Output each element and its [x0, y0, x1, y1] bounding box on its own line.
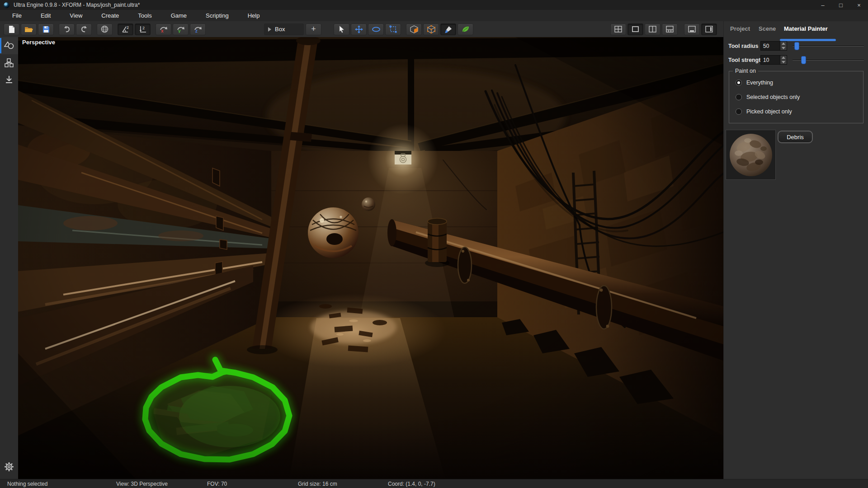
spin-up-icon	[782, 56, 785, 59]
select-tool-button[interactable]	[334, 23, 349, 35]
left-sidebar	[0, 37, 18, 479]
layout-columns-button[interactable]	[645, 23, 660, 35]
viewport-3d-scene	[18, 37, 723, 479]
tab-material-painter[interactable]: Material Painter	[784, 25, 828, 32]
tool-radius-label: Tool radius	[728, 43, 758, 49]
rotate-x-button[interactable]: x	[156, 23, 171, 35]
settings-gear-icon	[4, 462, 14, 472]
svg-text:2: 2	[142, 26, 145, 30]
title-bar: Ultra Engine 0.9.8 - XFORM - Maps/josh_p…	[0, 0, 868, 10]
publish-button[interactable]	[97, 23, 113, 35]
rotate-x-icon: x	[159, 25, 168, 33]
scale-icon	[389, 25, 397, 33]
grid-snap-icon: 2	[139, 25, 147, 33]
rotate-y-button[interactable]: y	[173, 23, 189, 35]
menu-view[interactable]: View	[60, 10, 92, 21]
window-title: Ultra Engine 0.9.8 - XFORM - Maps/josh_p…	[14, 2, 140, 8]
new-file-button[interactable]	[4, 23, 19, 35]
spin-up-icon	[782, 42, 785, 45]
rotate-y-icon: y	[176, 25, 185, 33]
grid-snap-toggle[interactable]: 2	[135, 23, 151, 35]
panel-tabs: Project Scene Material Painter	[724, 24, 868, 38]
radio-everything[interactable]: Everything	[736, 80, 773, 86]
material-thumbnail[interactable]	[726, 130, 776, 180]
spin-down-icon	[782, 47, 785, 49]
move-tool-button[interactable]	[351, 23, 367, 35]
status-coordinates: Coord: (1.4, 0, -7.7)	[388, 481, 435, 487]
rotation-snap-toggle[interactable]: 2	[118, 23, 133, 35]
objects-icon	[4, 41, 14, 50]
scale-tool-button[interactable]	[385, 23, 401, 35]
right-panel: Project Scene Material Painter Tool radi…	[723, 21, 868, 479]
svg-text:z: z	[195, 28, 198, 33]
hierarchy-icon	[5, 58, 14, 67]
app-logo-icon	[4, 2, 9, 8]
menu-bar: File Edit View Create Tools Game Scripti…	[0, 10, 868, 21]
tab-scene[interactable]: Scene	[759, 25, 776, 32]
foliage-tool-button[interactable]	[458, 23, 473, 35]
close-button[interactable]: ×	[850, 0, 868, 10]
status-fov: FOV: 70	[207, 481, 227, 487]
vertex-select-button[interactable]	[423, 23, 439, 35]
toggle-bottom-panel-button[interactable]	[684, 23, 700, 35]
minimize-button[interactable]: –	[814, 0, 832, 10]
layout-single-button[interactable]	[627, 23, 643, 35]
face-select-icon	[410, 25, 418, 33]
radio-icon	[736, 80, 742, 86]
tool-strength-slider[interactable]	[793, 56, 864, 65]
tab-project[interactable]: Project	[730, 25, 750, 32]
select-cursor-icon	[339, 25, 345, 33]
menu-edit[interactable]: Edit	[31, 10, 60, 21]
slider-track	[793, 46, 864, 47]
sidebar-item-objects[interactable]	[0, 37, 18, 54]
menu-scripting[interactable]: Scripting	[196, 10, 238, 21]
tool-strength-input[interactable]	[760, 55, 780, 65]
rotate-z-button[interactable]: z	[190, 23, 206, 35]
menu-tools[interactable]: Tools	[128, 10, 161, 21]
tool-radius-input[interactable]	[760, 41, 780, 51]
menu-file[interactable]: File	[3, 10, 31, 21]
sidebar-item-hierarchy[interactable]	[0, 54, 18, 71]
paint-tool-button[interactable]	[440, 23, 456, 35]
redo-button[interactable]	[76, 23, 92, 35]
svg-text:y: y	[178, 28, 181, 33]
rotate-icon	[372, 26, 381, 33]
radio-selected-objects[interactable]: Selected objects only	[736, 94, 800, 100]
paint-on-label: Paint on	[733, 68, 758, 74]
layout-quad-button[interactable]	[610, 23, 626, 35]
primitive-dropdown[interactable]: Box	[264, 23, 304, 35]
material-name-button[interactable]: Debris	[778, 131, 813, 143]
globe-icon	[101, 25, 108, 33]
radio-picked-object[interactable]: Picked object only	[736, 108, 792, 115]
radio-icon	[736, 108, 742, 115]
tool-radius-spinner[interactable]	[780, 41, 787, 51]
layout-columns-icon	[649, 26, 656, 33]
face-select-button[interactable]	[406, 23, 422, 35]
add-primitive-button[interactable]: +	[306, 23, 321, 35]
status-selection: Nothing selected	[7, 481, 47, 487]
save-button[interactable]	[38, 23, 54, 35]
slider-handle[interactable]	[794, 42, 799, 50]
undo-button[interactable]	[59, 23, 75, 35]
viewport-3d[interactable]: Perspective	[18, 37, 723, 479]
bottom-panel-icon	[688, 26, 696, 33]
tool-strength-spinner[interactable]	[780, 55, 787, 65]
sidebar-item-settings[interactable]	[0, 458, 18, 475]
spin-down-icon	[782, 61, 785, 63]
rotate-tool-button[interactable]	[368, 23, 384, 35]
redo-icon	[80, 26, 88, 33]
tool-radius-slider[interactable]	[793, 42, 864, 51]
toggle-right-panel-button[interactable]	[701, 23, 717, 35]
menu-help[interactable]: Help	[238, 10, 269, 21]
paint-on-groupbox: Paint on Everything Selected objects onl…	[729, 71, 863, 123]
open-file-button[interactable]	[21, 23, 37, 35]
sidebar-item-import[interactable]	[0, 71, 18, 89]
maximize-button[interactable]: □	[832, 0, 850, 10]
right-panel-icon	[705, 26, 713, 33]
save-icon	[42, 26, 50, 33]
layout-rows-button[interactable]	[662, 23, 678, 35]
slider-handle[interactable]	[801, 56, 806, 64]
primitive-dropdown-label: Box	[275, 26, 285, 33]
menu-create[interactable]: Create	[92, 10, 128, 21]
menu-game[interactable]: Game	[161, 10, 196, 21]
